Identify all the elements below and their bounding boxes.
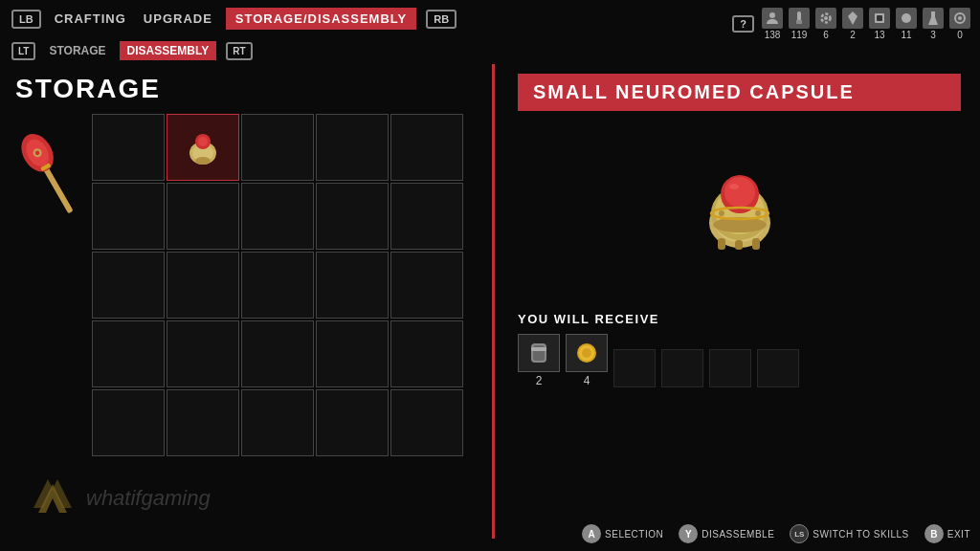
action-disassemble-label: DISASSEMBLE [702,529,774,540]
panel-divider [492,64,495,539]
grid-cell-2-2[interactable] [241,252,314,319]
storage-grid-wrapper [15,114,473,456]
receive-item-0: 2 [518,334,560,387]
grid-cell-icon-capsule [167,115,238,180]
svg-rect-38 [531,347,546,351]
tab-storage-disassembly[interactable]: STORAGE/DISASSEMBLY [226,8,416,30]
resource-item-2: 6 [815,8,836,40]
resource-item-1: 119 [789,8,810,40]
resource-count-0: 138 [765,30,781,40]
tab-crafting[interactable]: CRAFTING [51,10,130,28]
resource-count-1: 119 [791,30,808,40]
grid-cell-3-3[interactable] [316,320,389,387]
svg-point-3 [824,16,828,20]
receive-icon-empty-2 [613,349,656,387]
grid-cell-2-4[interactable] [390,252,463,319]
resource-item-3: 2 [842,8,863,40]
svg-point-34 [719,210,724,216]
lb-button[interactable]: LB [11,10,41,29]
storage-grid [92,114,463,456]
right-panel: SMALL NEUROMED CAPSULE [499,64,980,539]
grid-cell-4-4[interactable] [390,389,463,456]
action-selection-label: SELECTION [605,529,663,540]
resource-bar: ? 138 119 6 [732,8,970,40]
svg-marker-5 [848,11,858,25]
svg-rect-2 [796,20,802,24]
resource-icon-bullet [789,8,810,29]
resource-count-4: 13 [874,30,884,40]
grid-cell-4-3[interactable] [316,389,389,456]
resource-item-5: 11 [896,8,917,40]
grid-cell-3-0[interactable] [92,320,165,387]
help-button[interactable]: ? [732,15,754,33]
svg-point-28 [724,177,755,208]
receive-item-1: 4 [566,334,608,387]
svg-point-35 [755,210,761,216]
grid-cell-1-0[interactable] [92,183,165,250]
top-nav: LB CRAFTING UPGRADE STORAGE/DISASSEMBLY … [0,0,980,37]
svg-point-0 [769,12,775,18]
grid-cell-0-0[interactable] [92,114,165,181]
receive-item-5 [757,349,799,387]
grid-cell-1-2[interactable] [241,183,314,250]
tab-upgrade[interactable]: UPGRADE [140,10,216,28]
grid-cell-4-1[interactable] [167,389,239,456]
resource-icon-crystal [842,8,863,29]
receive-icon-cylinder [518,334,560,372]
a-button[interactable]: A [582,524,601,543]
grid-cell-2-3[interactable] [316,252,389,319]
grid-cell-0-2[interactable] [241,114,314,181]
grid-cell-1-1[interactable] [167,183,239,250]
grid-cell-0-4[interactable] [390,114,463,181]
watermark-text: whatifgaming [86,486,211,511]
grid-cell-4-2[interactable] [241,389,314,456]
svg-rect-32 [752,238,760,250]
receive-icon-empty-5 [757,349,799,387]
rb-button[interactable]: RB [426,10,457,29]
receive-count-1: 4 [584,374,590,387]
receive-label: YOU WILL RECEIVE [518,312,961,326]
grid-cell-3-1[interactable] [167,320,239,387]
weapon-preview [15,114,92,456]
storage-title: STORAGE [15,74,473,104]
lt-button[interactable]: LT [11,42,35,60]
grid-cell-3-2[interactable] [241,320,314,387]
svg-rect-1 [797,11,801,21]
watermark-logo-icon [29,474,77,522]
weapon-icon [20,123,87,238]
grid-cell-3-4[interactable] [390,320,463,387]
receive-item-2 [613,349,656,387]
resource-count-3: 2 [850,30,856,40]
grid-cell-1-3[interactable] [316,183,389,250]
svg-point-8 [902,13,911,23]
b-button[interactable]: B [924,524,944,543]
ls-button[interactable]: LS [790,524,809,543]
receive-items: 2 4 [518,334,961,387]
action-selection: A SELECTION [582,524,663,543]
receive-item-4 [709,349,751,387]
action-exit-label: EXIT [947,529,970,540]
resource-count-5: 11 [901,30,911,40]
grid-cell-2-1[interactable] [167,252,239,319]
resource-item-4: 13 [869,8,890,40]
grid-cell-2-0[interactable] [92,252,165,319]
grid-cell-0-1[interactable] [167,114,239,181]
rt-button[interactable]: RT [226,42,252,60]
svg-point-10 [958,16,962,20]
sub-tab-storage[interactable]: STORAGE [45,42,109,59]
action-disassemble: Y DISASSEMBLE [679,524,774,543]
sub-tab-disassembly[interactable]: DISASSEMBLY [120,41,217,60]
y-button[interactable]: Y [679,524,698,543]
resource-count-6: 3 [930,30,936,40]
resource-count-2: 6 [823,30,829,40]
grid-cell-1-4[interactable] [390,183,463,250]
resource-icon-core [949,8,970,29]
item-title: SMALL NEUROMED CAPSULE [533,81,855,102]
resource-item-7: 0 [949,8,970,40]
grid-cell-4-0[interactable] [92,389,165,456]
svg-point-21 [195,157,211,165]
action-skills: LS SWITCH TO SKILLS [790,524,908,543]
receive-icon-empty-3 [661,349,703,387]
svg-rect-7 [877,15,882,21]
grid-cell-0-3[interactable] [316,114,389,181]
